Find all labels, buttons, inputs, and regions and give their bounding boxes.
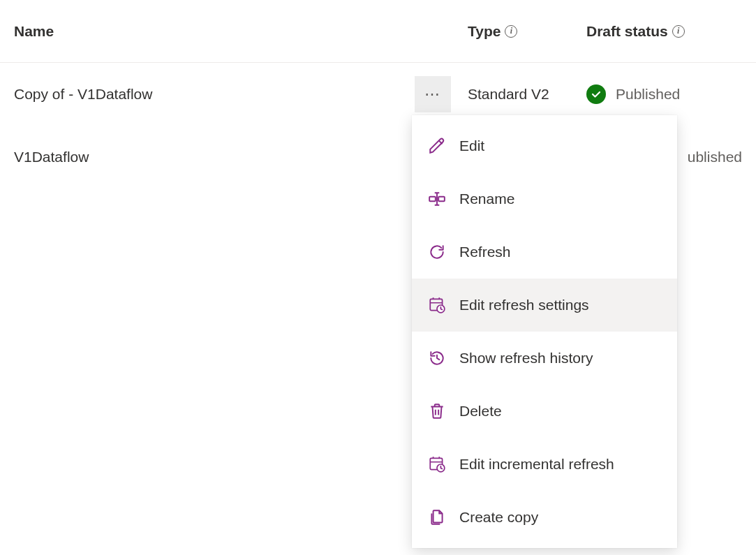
- table-header-row: Name Type i Draft status i: [0, 0, 756, 63]
- menu-item-create-copy[interactable]: Create copy: [412, 491, 677, 544]
- dataflow-name[interactable]: V1Dataflow: [14, 149, 412, 165]
- menu-item-label: Show refresh history: [459, 350, 593, 367]
- info-icon[interactable]: i: [505, 25, 517, 38]
- menu-item-rename[interactable]: Rename: [412, 172, 677, 225]
- calendar-clock-icon: [427, 295, 447, 315]
- menu-item-label: Edit refresh settings: [459, 297, 589, 313]
- menu-item-label: Create copy: [459, 509, 538, 526]
- more-actions-button[interactable]: ⋯: [415, 76, 451, 112]
- trash-icon: [427, 401, 447, 421]
- draft-status-label: ublished: [688, 149, 742, 165]
- menu-item-refresh[interactable]: Refresh: [412, 225, 677, 279]
- menu-item-label: Refresh: [459, 244, 511, 260]
- rename-icon: [427, 189, 447, 209]
- column-header-type[interactable]: Type i: [412, 23, 586, 40]
- menu-item-label: Edit incremental refresh: [459, 456, 614, 473]
- copy-icon: [427, 508, 447, 527]
- column-header-type-label: Type: [468, 23, 501, 40]
- menu-item-edit-incremental-refresh[interactable]: Edit incremental refresh: [412, 438, 677, 491]
- context-menu: Edit Rename Refresh Edit refresh setting…: [412, 115, 677, 548]
- draft-status-cell: Published: [586, 84, 742, 104]
- column-header-draft-status-label: Draft status: [586, 23, 668, 40]
- menu-item-show-refresh-history[interactable]: Show refresh history: [412, 332, 677, 385]
- svg-rect-1: [438, 197, 445, 202]
- menu-item-label: Rename: [459, 191, 514, 207]
- menu-item-edit[interactable]: Edit: [412, 119, 677, 172]
- menu-item-edit-refresh-settings[interactable]: Edit refresh settings: [412, 279, 677, 332]
- history-icon: [427, 348, 447, 368]
- published-check-icon: [586, 84, 606, 104]
- column-header-name[interactable]: Name: [14, 23, 412, 40]
- dataflow-type: Standard V2: [454, 86, 586, 103]
- dataflow-name[interactable]: Copy of - V1Dataflow: [14, 86, 412, 103]
- calendar-clock-icon: [427, 454, 447, 474]
- menu-item-label: Edit: [459, 138, 484, 154]
- draft-status-label: Published: [616, 86, 680, 103]
- pencil-icon: [427, 136, 447, 156]
- menu-item-delete[interactable]: Delete: [412, 385, 677, 438]
- svg-rect-0: [429, 197, 436, 202]
- refresh-icon: [427, 242, 447, 262]
- menu-item-label: Delete: [459, 403, 502, 420]
- column-header-draft-status[interactable]: Draft status i: [586, 23, 742, 40]
- info-icon[interactable]: i: [672, 25, 685, 38]
